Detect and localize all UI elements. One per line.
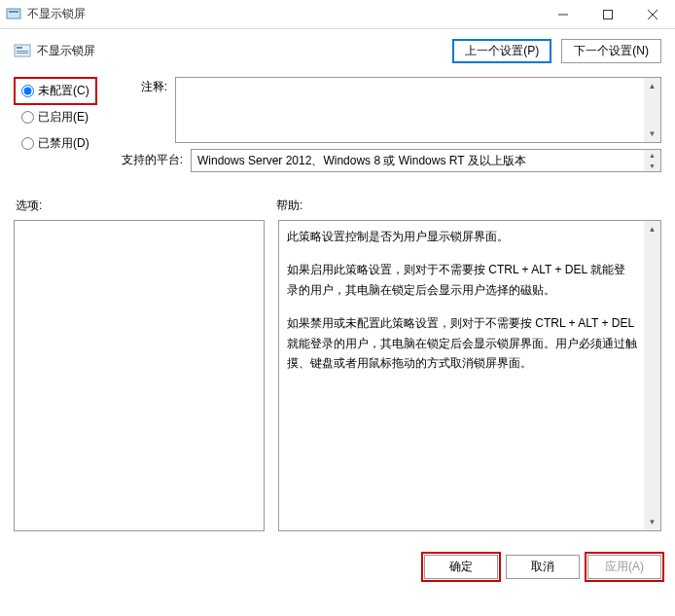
platform-value: Windows Server 2012、Windows 8 或 Windows …	[197, 153, 526, 169]
svg-rect-7	[17, 47, 22, 49]
policy-icon	[14, 43, 31, 60]
scroll-up-icon[interactable]: ▲	[644, 78, 660, 94]
scroll-down-icon[interactable]: ▼	[644, 514, 660, 530]
help-panel: 此策略设置控制是否为用户显示锁屏界面。 如果启用此策略设置，则对于不需要按 CT…	[278, 220, 661, 531]
annotation-textarea[interactable]: ▲ ▼	[175, 77, 661, 143]
scroll-down-icon[interactable]: ▼	[644, 161, 660, 171]
titlebar: 不显示锁屏	[0, 0, 675, 29]
options-panel	[14, 220, 265, 531]
annotation-label: 注释:	[109, 77, 167, 95]
options-label: 选项:	[14, 198, 276, 214]
svg-rect-1	[9, 11, 18, 13]
radio-enabled-label: 已启用(E)	[38, 109, 89, 126]
radio-not-configured-label: 未配置(C)	[38, 83, 89, 99]
next-setting-button[interactable]: 下一个设置(N)	[561, 39, 661, 63]
page-title: 不显示锁屏	[37, 43, 95, 59]
platform-label: 支持的平台:	[109, 149, 183, 168]
maximize-button[interactable]	[586, 0, 630, 29]
radio-not-configured-highlight: 未配置(C)	[14, 77, 97, 105]
svg-rect-0	[7, 9, 20, 18]
scrollbar[interactable]: ▲ ▼	[644, 221, 660, 530]
radio-not-configured-input[interactable]	[21, 85, 34, 97]
platform-text: Windows Server 2012、Windows 8 或 Windows …	[191, 149, 661, 172]
previous-setting-button[interactable]: 上一个设置(P)	[452, 39, 551, 63]
scroll-down-icon[interactable]: ▼	[644, 126, 660, 142]
ok-button[interactable]: 确定	[424, 555, 498, 579]
help-paragraph: 如果禁用或未配置此策略设置，则对于不需要按 CTRL + ALT + DEL 就…	[287, 313, 637, 373]
help-label: 帮助:	[276, 198, 302, 214]
scroll-up-icon[interactable]: ▲	[644, 221, 660, 237]
scrollbar[interactable]: ▲ ▼	[644, 150, 660, 171]
radio-disabled-input[interactable]	[21, 137, 34, 150]
apply-button[interactable]: 应用(A)	[587, 555, 661, 579]
radio-disabled-label: 已禁用(D)	[38, 135, 89, 152]
scroll-up-icon[interactable]: ▲	[644, 150, 660, 161]
cancel-button[interactable]: 取消	[506, 555, 580, 579]
svg-rect-8	[17, 51, 28, 52]
close-button[interactable]	[630, 0, 675, 29]
svg-rect-9	[17, 53, 28, 54]
app-icon	[6, 7, 21, 22]
scrollbar[interactable]: ▲ ▼	[644, 78, 660, 142]
help-paragraph: 如果启用此策略设置，则对于不需要按 CTRL + ALT + DEL 就能登录的…	[287, 260, 637, 300]
svg-rect-3	[604, 10, 613, 18]
radio-enabled[interactable]: 已启用(E)	[21, 109, 89, 126]
radio-enabled-input[interactable]	[21, 111, 34, 124]
footer: 确定 取消 应用(A)	[0, 541, 675, 593]
radio-disabled[interactable]: 已禁用(D)	[21, 135, 89, 152]
window-controls	[541, 0, 675, 29]
minimize-button[interactable]	[541, 0, 586, 29]
radio-not-configured[interactable]: 未配置(C)	[21, 83, 89, 99]
help-paragraph: 此策略设置控制是否为用户显示锁屏界面。	[287, 227, 637, 246]
window-title: 不显示锁屏	[27, 6, 86, 22]
